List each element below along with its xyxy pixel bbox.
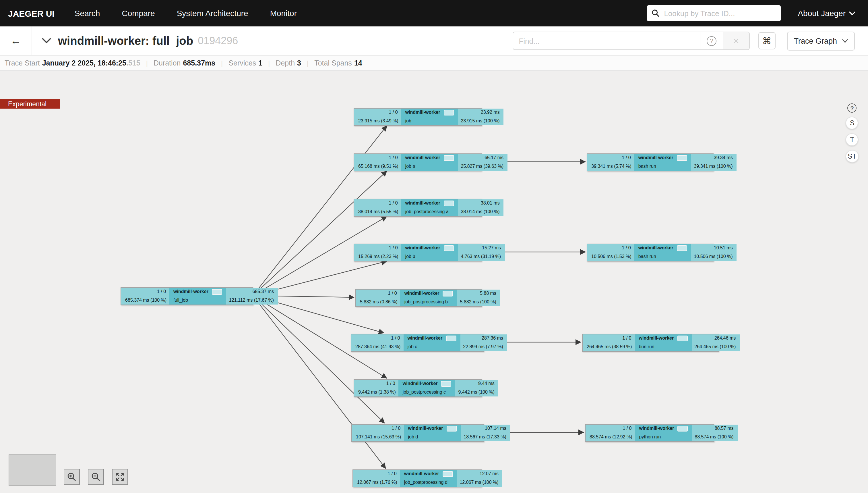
trace-id: 0194296 xyxy=(198,35,238,47)
nav-item-monitor[interactable]: Monitor xyxy=(259,0,308,26)
span-node-job_b[interactable]: 1 / 0 15.269 ms (2.23 %) windmill-worker… xyxy=(353,244,482,261)
service-name: windmill-worker xyxy=(405,154,440,162)
layout-controls: ? STST xyxy=(845,103,859,163)
span-duration: 264.46 ms xyxy=(691,335,740,343)
summary-value: January 2 2025, 18:46:25 xyxy=(42,59,126,67)
span-node-job_a[interactable]: 1 / 0 65.168 ms (9.51 %) windmill-worker… xyxy=(353,153,482,171)
span-node-jp_d[interactable]: 1 / 0 12.067 ms (1.76 %) windmill-worker… xyxy=(352,469,482,487)
search-icon xyxy=(651,9,659,17)
nav-menu: SearchCompareSystem ArchitectureMonitor xyxy=(64,0,308,26)
span-self-time: 9.442 ms (100 %) xyxy=(456,388,499,396)
span-duration: 38.01 ms xyxy=(458,199,503,208)
operation-name: job_postprocessing c xyxy=(399,388,456,396)
operation-name: job a xyxy=(401,162,458,171)
span-duration: 107.14 ms xyxy=(461,425,510,433)
span-node-bash_run_1[interactable]: 1 / 0 39.341 ms (5.74 %) windmill-worker… xyxy=(587,153,713,171)
zoom-in-button[interactable] xyxy=(64,469,80,485)
span-node-jp_b[interactable]: 1 / 0 5.882 ms (0.86 %) windmill-worker … xyxy=(355,289,482,307)
service-color-chip xyxy=(443,291,453,297)
find-help-button[interactable]: ? xyxy=(700,32,723,49)
span-duration: 39.34 ms xyxy=(691,154,736,162)
nav-item-search[interactable]: Search xyxy=(64,0,111,26)
span-node-jp_c[interactable]: 1 / 0 9.442 ms (1.38 %) windmill-worker … xyxy=(353,379,482,397)
zoom-out-button[interactable] xyxy=(88,469,104,485)
trace-header: ← windmill-worker: full_job 0194296 ? ✕ … xyxy=(0,26,868,56)
span-total-time: 65.168 ms (9.51 %) xyxy=(354,162,401,171)
span-self-time: 4.763 ms (31.19 %) xyxy=(458,253,505,261)
service-color-chip xyxy=(677,245,687,251)
span-total-time: 88.574 ms (12.92 %) xyxy=(586,433,635,441)
summary-label: Services xyxy=(228,59,256,67)
span-total-time: 685.374 ms (100 %) xyxy=(121,296,169,304)
trace-lookup-input[interactable] xyxy=(663,8,776,18)
help-icon[interactable]: ? xyxy=(848,103,857,113)
layout-button-st[interactable]: ST xyxy=(845,150,859,163)
span-node-bun_run[interactable]: 1 / 0 264.465 ms (38.59 %) windmill-work… xyxy=(582,334,719,352)
service-name: windmill-worker xyxy=(405,200,440,208)
service-color-chip xyxy=(442,471,453,477)
span-node-job_c[interactable]: 1 / 0 287.364 ms (41.93 %) windmill-work… xyxy=(351,334,484,352)
span-self-time: 23.915 ms (100 %) xyxy=(458,117,503,125)
span-count: 1 / 0 xyxy=(587,244,634,253)
operation-name: bash run xyxy=(634,253,691,261)
span-node-bash_run_2[interactable]: 1 / 0 10.506 ms (1.53 %) windmill-worker… xyxy=(587,244,713,261)
span-count: 1 / 0 xyxy=(354,244,401,253)
service-name: windmill-worker xyxy=(403,380,438,388)
service-name: windmill-worker xyxy=(408,425,443,433)
span-node-jp_a[interactable]: 1 / 0 38.014 ms (5.55 %) windmill-worker… xyxy=(353,199,482,217)
layout-button-s[interactable]: S xyxy=(846,116,859,129)
zoom-in-icon xyxy=(67,472,76,481)
edge-full_job-job_a xyxy=(253,171,387,296)
operation-name: job xyxy=(401,117,458,125)
summary-value-ms: .515 xyxy=(126,59,140,67)
span-count: 1 / 0 xyxy=(351,335,403,343)
app-logo[interactable]: JAEGER UI xyxy=(8,8,54,18)
trace-lookup xyxy=(647,5,780,21)
back-button[interactable]: ← xyxy=(0,26,32,55)
find-input[interactable] xyxy=(513,32,700,49)
span-count: 1 / 0 xyxy=(354,109,401,117)
span-node-python_run[interactable]: 1 / 0 88.574 ms (12.92 %) windmill-worke… xyxy=(585,424,714,442)
service-name: windmill-worker xyxy=(404,470,439,478)
span-total-time: 9.442 ms (1.38 %) xyxy=(354,388,399,396)
jaeger-app: JAEGER UI SearchCompareSystem Architectu… xyxy=(0,0,868,493)
layout-button-t[interactable]: T xyxy=(846,133,859,146)
page-title: windmill-worker: full_job xyxy=(58,34,193,47)
trace-graph-canvas[interactable]: Experimental 1 / 0 685.374 ms (100 %) wi… xyxy=(0,71,868,493)
service-color-chip xyxy=(677,155,687,161)
span-node-job_d[interactable]: 1 / 0 107.141 ms (15.63 %) windmill-work… xyxy=(351,424,484,442)
collapse-chevron-icon[interactable] xyxy=(42,38,51,44)
span-total-time: 10.506 ms (1.53 %) xyxy=(587,253,634,261)
span-total-time: 5.882 ms (0.86 %) xyxy=(356,298,401,306)
summary-value: 3 xyxy=(297,59,301,67)
service-color-chip xyxy=(443,201,454,207)
span-self-time: 5.882 ms (100 %) xyxy=(457,298,500,306)
keyboard-shortcuts-button[interactable]: ⌘ xyxy=(758,32,775,49)
span-node-job[interactable]: 1 / 0 23.915 ms (3.49 %) windmill-worker… xyxy=(353,108,482,126)
span-duration: 10.51 ms xyxy=(691,244,736,253)
nav-item-compare[interactable]: Compare xyxy=(111,0,166,26)
about-jaeger-menu[interactable]: About Jaeger xyxy=(798,8,855,18)
span-self-time: 264.465 ms (100 %) xyxy=(691,343,740,351)
nav-item-system-architecture[interactable]: System Architecture xyxy=(166,0,259,26)
service-color-chip xyxy=(677,336,687,342)
question-circle-icon: ? xyxy=(707,36,716,46)
find-clear-button[interactable]: ✕ xyxy=(723,32,749,49)
zoom-controls xyxy=(64,469,128,485)
chevron-down-icon xyxy=(842,39,848,43)
span-self-time: 10.506 ms (100 %) xyxy=(691,253,736,261)
span-total-time: 287.364 ms (41.93 %) xyxy=(351,343,403,351)
service-color-chip xyxy=(443,245,454,251)
span-count: 1 / 0 xyxy=(586,425,635,433)
service-color-chip xyxy=(443,155,454,161)
span-total-time: 39.341 ms (5.74 %) xyxy=(587,162,634,171)
separator: | xyxy=(146,59,148,67)
span-duration: 9.44 ms xyxy=(456,380,499,388)
fit-view-button[interactable] xyxy=(112,469,128,485)
minimap[interactable] xyxy=(8,454,56,486)
span-duration: 15.27 ms xyxy=(458,244,505,253)
span-duration: 287.36 ms xyxy=(460,335,507,343)
view-type-dropdown[interactable]: Trace Graph xyxy=(787,31,855,50)
span-node-full_job[interactable]: 1 / 0 685.374 ms (100 %) windmill-worker… xyxy=(120,287,253,305)
summary-label: Trace Start xyxy=(5,59,40,67)
